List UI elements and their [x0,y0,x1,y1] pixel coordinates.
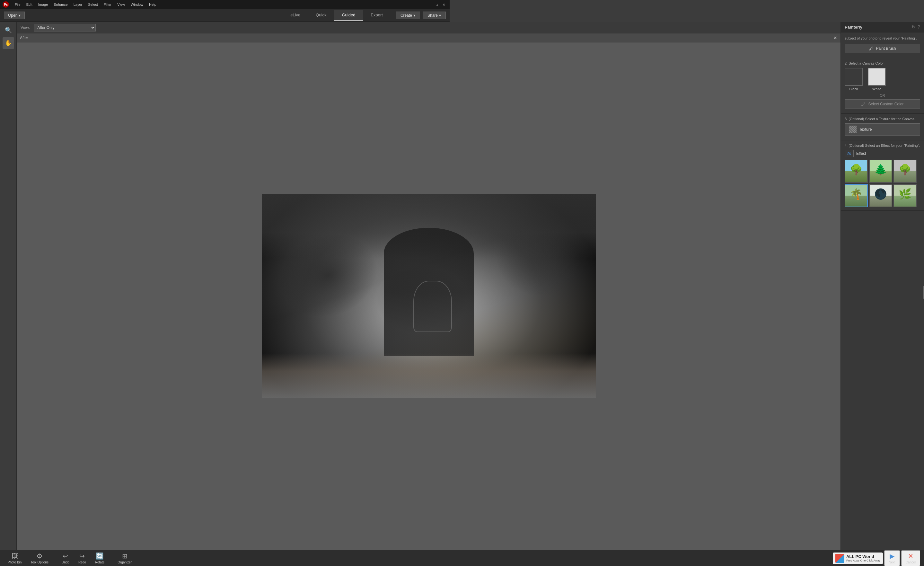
window-controls: — □ ✕ [426,1,447,8]
canvas-content[interactable] [17,42,450,277]
menu-enhance[interactable]: Enhance [51,2,70,7]
tab-elive[interactable]: eLive [283,10,308,21]
maximize-button[interactable]: □ [434,1,440,8]
share-label: Share [428,13,438,18]
hand-tool-button[interactable]: ✋ [3,37,14,49]
viewbar: View: After Only Before Only Before & Af… [17,22,450,33]
tab-expert[interactable]: Expert [363,10,390,21]
search-tool-button[interactable]: 🔍 [3,24,14,36]
titlebar: Ps File Edit Image Enhance Layer Select … [0,0,450,9]
modebar: Open ▾ eLive Quick Guided Expert Create … [0,9,450,22]
photo-background [262,194,450,277]
close-button[interactable]: ✕ [441,1,447,8]
minimize-button[interactable]: — [426,1,433,8]
app-icon: Ps [3,1,9,8]
menu-select[interactable]: Select [86,2,100,7]
view-select[interactable]: After Only Before Only Before & After - … [34,24,96,32]
menu-filter[interactable]: Filter [101,2,114,7]
open-label: Open [8,13,17,18]
create-chevron-icon: ▾ [413,13,415,18]
right-actions: Create ▾ Share ▾ [396,12,446,19]
titlebar-left: Ps File Edit Image Enhance Layer Select … [3,1,426,8]
tab-quick[interactable]: Quick [308,10,334,21]
canvas-after-label: After [20,36,28,40]
photo-frame [262,194,450,277]
menu-file[interactable]: File [12,2,23,7]
view-label: View: [21,26,30,30]
menu-help[interactable]: Help [147,2,159,7]
menu-image[interactable]: Image [36,2,51,7]
menu-window[interactable]: Window [128,2,146,7]
create-button[interactable]: Create ▾ [396,12,420,19]
create-label: Create [400,13,412,18]
canvas-area: After ✕ [17,33,450,277]
share-button[interactable]: Share ▾ [423,12,446,19]
menu-edit[interactable]: Edit [24,2,35,7]
menu-layer[interactable]: Layer [71,2,85,7]
open-chevron-icon: ▾ [19,13,21,18]
open-button[interactable]: Open ▾ [4,12,25,19]
canvas-header: After ✕ [17,33,450,42]
tab-guided[interactable]: Guided [334,10,363,21]
toolbar-left: 🔍 ✋ [0,22,17,277]
share-chevron-icon: ▾ [439,13,441,18]
menu-bar: File Edit Image Enhance Layer Select Fil… [12,2,159,7]
mode-tabs: eLive Quick Guided Expert [283,10,390,21]
menu-view[interactable]: View [115,2,128,7]
